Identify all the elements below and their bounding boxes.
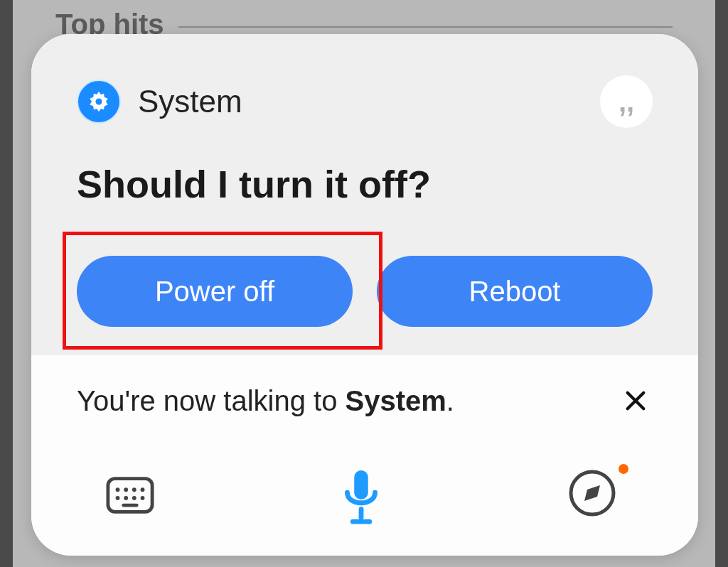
assistant-prompt: Should I turn it off? — [77, 162, 653, 206]
background-app: Top hits System ,, Should I turn it off? — [13, 0, 715, 567]
svg-point-0 — [95, 98, 102, 104]
status-prefix: You're now talking to — [77, 385, 346, 416]
system-gear-icon — [77, 80, 121, 124]
assistant-source-name: System — [138, 84, 242, 119]
keyboard-icon — [105, 475, 155, 516]
reboot-button[interactable]: Reboot — [377, 256, 653, 327]
svg-point-4 — [116, 487, 120, 492]
assistant-header: System ,, — [77, 75, 653, 128]
power-off-button[interactable]: Power off — [77, 256, 353, 327]
quote-button[interactable]: ,, — [600, 75, 653, 128]
svg-point-6 — [132, 487, 136, 492]
discover-button[interactable] — [567, 468, 624, 525]
divider — [178, 26, 673, 28]
svg-point-10 — [132, 496, 136, 500]
input-mode-row — [77, 468, 653, 526]
keyboard-button[interactable] — [105, 475, 155, 519]
assistant-bottom-panel: You're now talking to System. — [31, 355, 698, 556]
status-text: You're now talking to System. — [77, 385, 454, 417]
svg-point-7 — [141, 487, 145, 492]
action-button-row: Power off Reboot — [77, 256, 653, 327]
microphone-button[interactable] — [340, 468, 382, 526]
svg-point-5 — [124, 487, 128, 492]
svg-point-8 — [116, 496, 120, 500]
svg-rect-13 — [354, 470, 368, 500]
svg-point-9 — [124, 496, 128, 500]
assistant-card: System ,, Should I turn it off? Power of… — [31, 34, 698, 556]
svg-rect-12 — [122, 504, 138, 507]
svg-marker-17 — [584, 485, 600, 501]
status-suffix: . — [446, 385, 454, 416]
notification-dot — [619, 464, 628, 474]
microphone-icon — [340, 468, 382, 526]
quote-icon: ,, — [619, 86, 634, 118]
assistant-top-panel: System ,, Should I turn it off? Power of… — [31, 34, 698, 355]
close-button[interactable] — [619, 384, 653, 418]
close-icon — [623, 389, 648, 413]
status-row: You're now talking to System. — [77, 384, 653, 418]
compass-icon — [567, 468, 617, 518]
status-bold: System — [346, 385, 446, 416]
svg-point-11 — [141, 496, 145, 500]
